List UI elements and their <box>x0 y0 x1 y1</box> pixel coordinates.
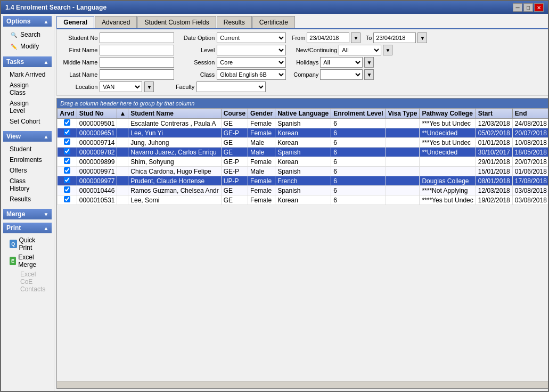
sidebar-item-set-cohort[interactable]: Set Cohort <box>5 116 50 127</box>
row-enrol-level: 6 <box>331 157 386 167</box>
session-label: Session <box>177 59 215 66</box>
table-row[interactable]: 0000009977 Prudent, Claude Hortense UP-P… <box>58 176 548 186</box>
row-checkbox[interactable] <box>64 167 70 174</box>
tab-results[interactable]: Results <box>217 16 252 28</box>
row-checkbox-cell[interactable] <box>58 157 77 167</box>
sidebar-item-search[interactable]: 🔍 Search <box>5 29 50 40</box>
company-select[interactable] <box>320 69 363 80</box>
student-no-input[interactable] <box>100 32 174 43</box>
excel-merge-item[interactable]: E Excel Merge <box>5 252 50 270</box>
holidays-picker[interactable]: ▼ <box>364 57 374 68</box>
tab-general[interactable]: General <box>56 16 94 28</box>
sidebar-item-class-history[interactable]: Class History <box>5 176 50 194</box>
sidebar-item-mark-arrived[interactable]: Mark Arrived <box>5 69 50 80</box>
class-history-label: Class History <box>10 177 45 192</box>
col-arvd[interactable]: Arvd <box>58 109 77 119</box>
class-select[interactable]: Global English 6B <box>217 69 286 80</box>
middle-name-input[interactable] <box>100 57 174 68</box>
row-checkbox[interactable] <box>64 158 70 164</box>
table-row[interactable]: 0000009899 Shim, Sohyung GE-P Female Kor… <box>58 157 548 167</box>
row-checkbox[interactable] <box>64 177 70 183</box>
quick-print-item[interactable]: Q Quick Print <box>5 235 50 252</box>
row-checkbox[interactable] <box>64 186 70 193</box>
from-date-picker[interactable]: ▼ <box>351 32 360 43</box>
row-checkbox[interactable] <box>64 148 70 154</box>
new-continuing-select[interactable]: All <box>339 45 381 55</box>
location-select[interactable]: VAN <box>100 81 142 92</box>
row-gender: Female <box>248 176 275 186</box>
date-option-select[interactable]: Current <box>217 32 286 43</box>
sidebar-item-assign-level[interactable]: Assign Level <box>5 98 50 116</box>
company-picker[interactable]: ▼ <box>364 69 374 80</box>
to-date-input[interactable] <box>373 32 416 43</box>
table-row[interactable]: 0000009714 Jung, Juhong GE Male Korean 6… <box>58 138 548 148</box>
horizontal-scrollbar[interactable] <box>57 381 548 388</box>
session-select[interactable]: Core <box>217 57 286 68</box>
from-date-input[interactable] <box>307 32 349 43</box>
col-sort[interactable]: ▲ <box>117 109 128 119</box>
row-checkbox-cell[interactable] <box>58 195 77 205</box>
first-name-input[interactable] <box>100 45 174 55</box>
row-checkbox[interactable] <box>64 138 70 145</box>
table-row[interactable]: 0000009501 Escalante Contreras , Paula A… <box>58 119 548 128</box>
results-label: Results <box>10 195 31 203</box>
tab-certificate[interactable]: Certificate <box>252 16 295 28</box>
level-select[interactable] <box>217 45 286 55</box>
sidebar-item-assign-class[interactable]: Assign Class <box>5 80 50 98</box>
view-section-header[interactable]: View ▲ <box>3 131 52 142</box>
sidebar-item-student[interactable]: Student <box>5 144 50 154</box>
row-checkbox-cell[interactable] <box>58 128 77 138</box>
new-continuing-picker[interactable]: ▼ <box>383 45 392 55</box>
table-row[interactable]: 0000009782 Navarro Juarez, Carlos Enriqu… <box>58 148 548 157</box>
col-visa-type[interactable]: Visa Type <box>386 109 420 119</box>
tab-student-custom-fields[interactable]: Student Custom Fields <box>137 16 216 28</box>
row-checkbox-cell[interactable] <box>58 167 77 176</box>
col-native-language[interactable]: Native Language <box>275 109 331 119</box>
session-row: Session Core <box>177 57 286 68</box>
row-sort-cell <box>117 119 128 128</box>
print-section-header[interactable]: Print ▲ <box>3 223 52 233</box>
location-picker[interactable]: ▼ <box>144 81 154 92</box>
tasks-items: Mark Arrived Assign Class Assign Level S… <box>3 68 52 128</box>
sidebar-item-results[interactable]: Results <box>5 194 50 205</box>
table-row[interactable]: 0000010531 Lee, Somi GE Female Korean 6 … <box>58 195 548 205</box>
last-name-input[interactable] <box>100 69 174 80</box>
holidays-select[interactable]: All <box>320 57 363 68</box>
sidebar-item-modify[interactable]: ✏️ Modify <box>5 40 50 52</box>
maximize-button[interactable]: □ <box>523 3 533 12</box>
sidebar-item-enrolments[interactable]: Enrolments <box>5 154 50 165</box>
tab-advanced[interactable]: Advanced <box>95 16 137 28</box>
close-button[interactable]: ✕ <box>534 3 544 12</box>
col-pathway-college[interactable]: Pathway College <box>420 109 476 119</box>
to-date-picker[interactable]: ▼ <box>417 32 427 43</box>
row-checkbox[interactable] <box>64 129 70 135</box>
col-end[interactable]: End <box>512 109 548 119</box>
minimize-button[interactable]: ─ <box>513 3 522 12</box>
options-section-header[interactable]: Options ▲ <box>3 16 52 27</box>
student-no-row: Student No <box>60 32 174 43</box>
col-course[interactable]: Course <box>221 109 248 119</box>
sidebar-item-offers[interactable]: Offers <box>5 165 50 176</box>
faculty-select[interactable] <box>196 81 266 92</box>
merge-section-header[interactable]: Merge ▼ <box>3 209 52 219</box>
col-student-name[interactable]: Student Name <box>128 109 221 119</box>
from-label: From <box>289 35 305 41</box>
row-checkbox-cell[interactable] <box>58 119 77 128</box>
col-start[interactable]: Start <box>476 109 512 119</box>
col-stud-no[interactable]: Stud No <box>77 109 117 119</box>
col-enrolment-level[interactable]: Enrolment Level <box>331 109 386 119</box>
tasks-section-header[interactable]: Tasks ▲ <box>3 56 52 67</box>
table-container[interactable]: Arvd Stud No ▲ Student Name Course Gende… <box>57 108 548 381</box>
row-checkbox-cell[interactable] <box>58 148 77 157</box>
row-checkbox[interactable] <box>64 119 70 126</box>
row-checkbox-cell[interactable] <box>58 186 77 195</box>
row-checkbox[interactable] <box>64 196 70 202</box>
row-checkbox-cell[interactable] <box>58 176 77 186</box>
row-checkbox-cell[interactable] <box>58 138 77 148</box>
table-row[interactable]: 0000009971 Chica Cardona, Hugo Felipe GE… <box>58 167 548 176</box>
table-row[interactable]: 0000009651 Lee, Yun Yi GE-P Female Korea… <box>58 128 548 138</box>
table-row[interactable]: 0000010446 Ramos Guzman, Chelsea Andr GE… <box>58 186 548 195</box>
col-gender[interactable]: Gender <box>248 109 275 119</box>
row-native-lang: Spanish <box>275 119 331 128</box>
row-stud-no: 0000009971 <box>77 167 117 176</box>
